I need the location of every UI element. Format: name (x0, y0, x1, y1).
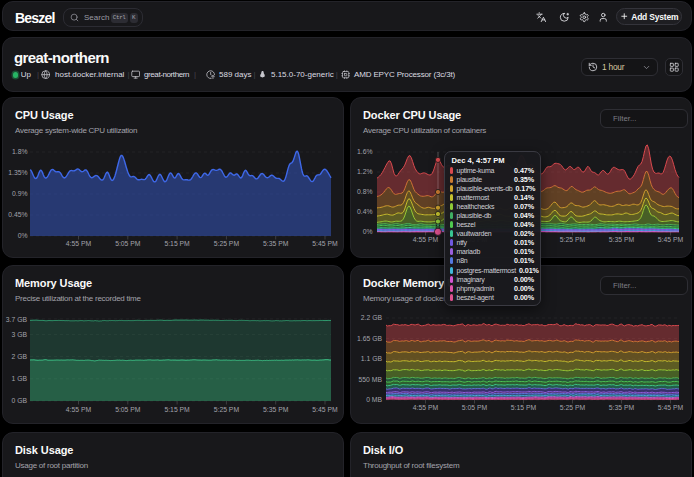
svg-text:3.7 GB: 3.7 GB (6, 316, 28, 323)
svg-text:2 GB: 2 GB (12, 353, 28, 360)
svg-text:5:35 PM: 5:35 PM (609, 404, 635, 411)
svg-text:5:35 PM: 5:35 PM (263, 406, 289, 413)
svg-text:5:15 PM: 5:15 PM (511, 404, 537, 411)
svg-text:5:15 PM: 5:15 PM (164, 406, 190, 413)
svg-text:5:25 PM: 5:25 PM (214, 240, 240, 247)
svg-text:5:15 PM: 5:15 PM (164, 240, 190, 247)
svg-text:0%: 0% (363, 228, 373, 235)
svg-text:5:45 PM: 5:45 PM (658, 236, 684, 243)
svg-text:1.6%: 1.6% (357, 148, 373, 155)
svg-text:5:25 PM: 5:25 PM (214, 406, 240, 413)
svg-text:0.4%: 0.4% (357, 208, 373, 215)
svg-text:1.1 GB: 1.1 GB (361, 355, 383, 362)
svg-text:550 MB: 550 MB (359, 376, 383, 383)
svg-text:5:35 PM: 5:35 PM (263, 240, 289, 247)
svg-text:0.8%: 0.8% (357, 188, 373, 195)
svg-text:0 GB: 0 GB (12, 397, 28, 404)
svg-text:3 GB: 3 GB (12, 331, 28, 338)
svg-text:5:35 PM: 5:35 PM (609, 236, 635, 243)
svg-text:5:45 PM: 5:45 PM (312, 240, 338, 247)
svg-text:5:05 PM: 5:05 PM (115, 240, 141, 247)
svg-text:4:55 PM: 4:55 PM (66, 240, 92, 247)
svg-text:0%: 0% (18, 232, 28, 239)
svg-text:0.9%: 0.9% (12, 190, 28, 197)
svg-text:1.8%: 1.8% (12, 148, 28, 155)
svg-text:5:05 PM: 5:05 PM (115, 406, 141, 413)
svg-text:4:55 PM: 4:55 PM (413, 404, 439, 411)
svg-text:4:55 PM: 4:55 PM (413, 236, 439, 243)
svg-text:1.65 GB: 1.65 GB (357, 335, 382, 342)
svg-text:1 GB: 1 GB (12, 375, 28, 382)
svg-text:0 MB: 0 MB (366, 396, 382, 403)
svg-text:5:45 PM: 5:45 PM (312, 406, 338, 413)
svg-text:0.45%: 0.45% (8, 211, 27, 218)
svg-text:5:25 PM: 5:25 PM (560, 236, 586, 243)
svg-text:5:25 PM: 5:25 PM (560, 404, 586, 411)
svg-text:4:55 PM: 4:55 PM (66, 406, 92, 413)
svg-text:1.35%: 1.35% (8, 169, 27, 176)
svg-text:5:45 PM: 5:45 PM (658, 404, 684, 411)
svg-text:1.2%: 1.2% (357, 168, 373, 175)
svg-text:2.2 GB: 2.2 GB (361, 314, 383, 321)
svg-text:5:05 PM: 5:05 PM (462, 404, 488, 411)
